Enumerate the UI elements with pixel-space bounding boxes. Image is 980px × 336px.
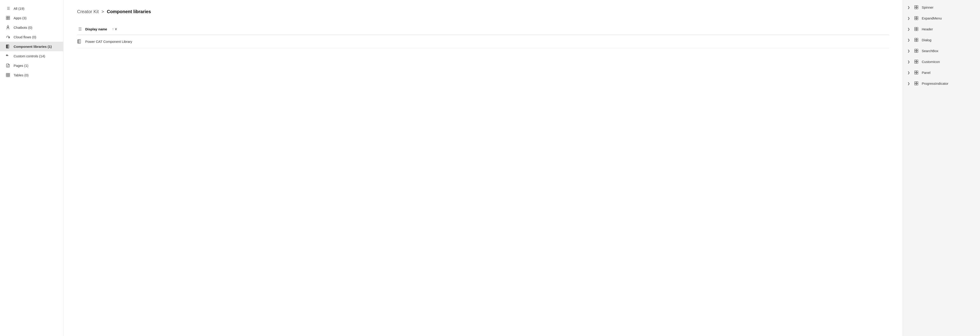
svg-rect-66 <box>916 71 918 73</box>
panel-item-panel[interactable]: ❯ Panel <box>903 67 980 78</box>
svg-rect-62 <box>916 60 918 62</box>
tables-icon <box>5 73 10 78</box>
cloud-flow-icon <box>5 35 10 40</box>
svg-rect-52 <box>916 29 918 31</box>
panel-item-customicon-label: CustomIcon <box>922 60 940 64</box>
svg-rect-57 <box>915 49 916 51</box>
svg-rect-49 <box>915 27 916 29</box>
sidebar-item-pages[interactable]: Pages (1) <box>0 61 63 70</box>
svg-rect-65 <box>915 71 916 73</box>
panel-item-dialog[interactable]: ❯ Dialog <box>903 35 980 45</box>
svg-text:Abc: Abc <box>6 55 9 56</box>
sidebar: All (19) Apps (3) <box>0 0 64 336</box>
sidebar-item-chatbots[interactable]: Chatbots (0) <box>0 23 63 32</box>
sidebar-item-pages-label: Pages (1) <box>14 64 28 68</box>
svg-rect-38 <box>78 40 81 43</box>
sidebar-item-cloud-flows[interactable]: Cloud flows (0) <box>0 32 63 42</box>
panel-item-header-label: Header <box>922 27 933 31</box>
chatbot-icon <box>5 25 10 30</box>
component-library-row-icon <box>77 39 82 44</box>
svg-rect-68 <box>916 73 918 74</box>
panel-item-spinner[interactable]: ❯ Spinner <box>903 2 980 13</box>
svg-rect-44 <box>916 8 918 9</box>
table-row[interactable]: Power CAT Component Library <box>77 35 889 48</box>
panel-item-searchbox[interactable]: ❯ SearchBox <box>903 45 980 56</box>
panel-item-searchbox-label: SearchBox <box>922 49 938 53</box>
sidebar-item-component-libraries[interactable]: Component libraries (1) <box>0 42 63 51</box>
chevron-right-icon-customicon: ❯ <box>907 60 910 63</box>
svg-rect-46 <box>916 17 918 18</box>
panel-item-expandmenu-label: ExpandMenu <box>922 16 942 20</box>
sidebar-item-chatbots-label: Chatbots (0) <box>14 25 32 29</box>
svg-rect-17 <box>6 45 9 48</box>
sort-controls[interactable]: ↑ ∨ <box>112 27 117 31</box>
svg-rect-50 <box>916 27 918 29</box>
svg-rect-63 <box>915 62 916 63</box>
svg-rect-9 <box>8 18 10 20</box>
sidebar-item-tables[interactable]: Tables (0) <box>0 70 63 80</box>
chevron-right-icon-progressindicator: ❯ <box>907 82 910 85</box>
sort-desc-icon[interactable]: ∨ <box>115 27 117 31</box>
sidebar-item-apps[interactable]: Apps (3) <box>0 13 63 23</box>
svg-rect-7 <box>8 16 10 18</box>
panel-component-icon <box>914 70 919 75</box>
svg-point-10 <box>7 26 9 27</box>
sidebar-item-tables-label: Tables (0) <box>14 73 29 77</box>
breadcrumb: Creator Kit > Component libraries <box>77 9 889 14</box>
panel-item-progressindicator-label: ProgressIndicator <box>922 82 948 86</box>
breadcrumb-current: Component libraries <box>107 9 151 14</box>
svg-rect-71 <box>915 84 916 85</box>
panel-item-spinner-label: Spinner <box>922 5 934 9</box>
svg-rect-64 <box>916 62 918 63</box>
pages-icon <box>5 63 10 68</box>
sidebar-item-custom-controls-label: Custom controls (14) <box>14 54 45 58</box>
svg-rect-59 <box>915 51 916 52</box>
component-library-name: Power CAT Component Library <box>85 40 132 43</box>
svg-rect-42 <box>916 6 918 7</box>
chevron-right-icon-dialog: ❯ <box>907 38 910 42</box>
panel-item-customicon[interactable]: ❯ CustomIcon <box>903 56 980 67</box>
svg-rect-58 <box>916 49 918 51</box>
custom-controls-icon: Abc <box>5 54 10 59</box>
svg-rect-72 <box>916 84 918 85</box>
component-lib-icon <box>5 44 10 49</box>
header-component-icon <box>914 27 919 31</box>
panel-item-panel-label: Panel <box>922 71 931 74</box>
apps-icon <box>5 16 10 21</box>
svg-rect-53 <box>915 38 916 40</box>
chevron-right-icon-spinner: ❯ <box>907 6 910 9</box>
svg-rect-8 <box>6 18 8 20</box>
panel-item-progressindicator[interactable]: ❯ ProgressIndicator <box>903 78 980 89</box>
right-panel: ❯ Spinner ❯ ExpandM <box>903 0 980 336</box>
expandmenu-component-icon <box>914 16 919 21</box>
breadcrumb-parent[interactable]: Creator Kit <box>77 9 99 14</box>
svg-rect-61 <box>915 60 916 62</box>
svg-rect-56 <box>916 40 918 42</box>
svg-rect-43 <box>915 8 916 9</box>
list-icon <box>5 6 10 11</box>
table-header: Display name ↑ ∨ <box>77 23 889 35</box>
svg-rect-69 <box>915 82 916 83</box>
svg-rect-48 <box>916 18 918 20</box>
column-header-display-name: Display name <box>85 27 107 31</box>
chevron-right-icon-header: ❯ <box>907 27 910 31</box>
svg-rect-54 <box>916 38 918 40</box>
sidebar-item-all[interactable]: All (19) <box>0 4 63 13</box>
sidebar-item-all-label: All (19) <box>14 6 24 10</box>
breadcrumb-separator: > <box>102 9 104 14</box>
svg-rect-70 <box>916 82 918 83</box>
panel-item-expandmenu[interactable]: ❯ ExpandMenu <box>903 13 980 24</box>
svg-rect-51 <box>915 29 916 31</box>
svg-rect-60 <box>916 51 918 52</box>
progressindicator-component-icon <box>914 81 919 86</box>
dialog-component-icon <box>914 38 919 42</box>
svg-point-12 <box>8 25 8 25</box>
svg-rect-55 <box>915 40 916 42</box>
panel-item-header[interactable]: ❯ Header <box>903 24 980 35</box>
svg-rect-41 <box>915 6 916 7</box>
sort-asc-icon[interactable]: ↑ <box>112 27 114 31</box>
sidebar-item-apps-label: Apps (3) <box>14 16 27 20</box>
sidebar-item-custom-controls[interactable]: Abc Custom controls (14) <box>0 51 63 61</box>
svg-rect-45 <box>915 17 916 18</box>
svg-rect-26 <box>6 73 10 77</box>
